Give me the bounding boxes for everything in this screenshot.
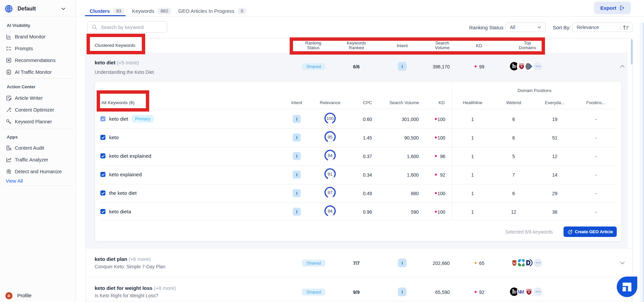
svg-text:NM: NM [518,289,524,294]
svg-text:95: 95 [328,134,332,140]
svg-text:94: 94 [328,153,332,158]
svg-text:97: 97 [328,190,332,195]
svg-text:AI: AI [7,71,10,73]
svg-text:100: 100 [326,116,334,121]
svg-text:91: 91 [328,172,332,177]
svg-text:W: W [513,261,516,265]
svg-text:94: 94 [328,209,332,214]
